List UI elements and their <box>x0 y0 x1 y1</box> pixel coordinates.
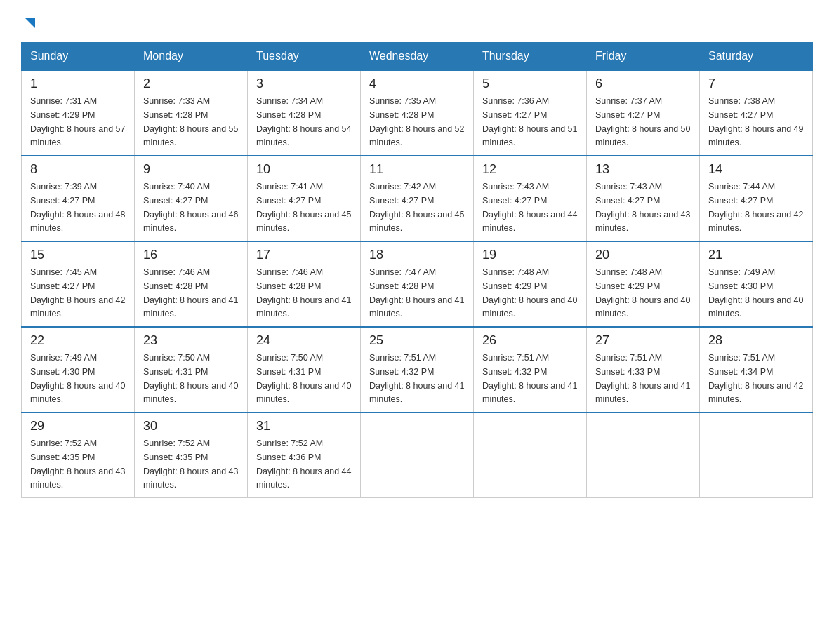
logo-triangle-icon <box>22 15 38 31</box>
day-number: 27 <box>595 333 691 348</box>
day-info: Sunrise: 7:31 AMSunset: 4:29 PMDaylight:… <box>30 96 126 147</box>
day-info: Sunrise: 7:43 AMSunset: 4:27 PMDaylight:… <box>482 182 578 233</box>
table-row: 24 Sunrise: 7:50 AMSunset: 4:31 PMDaylig… <box>248 327 361 412</box>
column-header-friday: Friday <box>587 43 700 71</box>
day-info: Sunrise: 7:49 AMSunset: 4:30 PMDaylight:… <box>30 353 126 404</box>
table-row: 5 Sunrise: 7:36 AMSunset: 4:27 PMDayligh… <box>474 70 587 156</box>
table-row: 3 Sunrise: 7:34 AMSunset: 4:28 PMDayligh… <box>248 70 361 156</box>
week-row-3: 15 Sunrise: 7:45 AMSunset: 4:27 PMDaylig… <box>22 241 813 327</box>
day-number: 16 <box>143 248 239 262</box>
day-info: Sunrise: 7:39 AMSunset: 4:27 PMDaylight:… <box>30 182 126 233</box>
day-number: 17 <box>256 248 352 262</box>
table-row: 2 Sunrise: 7:33 AMSunset: 4:28 PMDayligh… <box>135 70 248 156</box>
table-row: 22 Sunrise: 7:49 AMSunset: 4:30 PMDaylig… <box>22 327 135 412</box>
day-number: 5 <box>482 76 578 91</box>
week-row-5: 29 Sunrise: 7:52 AMSunset: 4:35 PMDaylig… <box>22 412 813 498</box>
day-number: 24 <box>256 333 352 348</box>
column-header-thursday: Thursday <box>474 43 587 71</box>
day-number: 3 <box>256 76 352 91</box>
table-row: 20 Sunrise: 7:48 AMSunset: 4:29 PMDaylig… <box>587 241 700 327</box>
day-info: Sunrise: 7:44 AMSunset: 4:27 PMDaylight:… <box>708 182 804 233</box>
svg-marker-0 <box>25 18 35 28</box>
day-number: 31 <box>256 419 352 434</box>
day-info: Sunrise: 7:47 AMSunset: 4:28 PMDaylight:… <box>369 267 465 318</box>
day-number: 8 <box>30 162 126 177</box>
day-number: 12 <box>482 162 578 177</box>
day-info: Sunrise: 7:33 AMSunset: 4:28 PMDaylight:… <box>143 96 239 147</box>
day-number: 19 <box>482 248 578 262</box>
day-info: Sunrise: 7:48 AMSunset: 4:29 PMDaylight:… <box>595 267 691 318</box>
day-number: 30 <box>143 419 239 434</box>
table-row: 29 Sunrise: 7:52 AMSunset: 4:35 PMDaylig… <box>22 412 135 498</box>
day-info: Sunrise: 7:43 AMSunset: 4:27 PMDaylight:… <box>595 182 691 233</box>
day-number: 4 <box>369 76 465 91</box>
calendar-header-row: SundayMondayTuesdayWednesdayThursdayFrid… <box>22 43 813 71</box>
day-number: 18 <box>369 248 465 262</box>
table-row: 16 Sunrise: 7:46 AMSunset: 4:28 PMDaylig… <box>135 241 248 327</box>
day-info: Sunrise: 7:42 AMSunset: 4:27 PMDaylight:… <box>369 182 465 233</box>
week-row-4: 22 Sunrise: 7:49 AMSunset: 4:30 PMDaylig… <box>22 327 813 412</box>
table-row: 30 Sunrise: 7:52 AMSunset: 4:35 PMDaylig… <box>135 412 248 498</box>
day-info: Sunrise: 7:51 AMSunset: 4:32 PMDaylight:… <box>482 353 578 404</box>
day-number: 10 <box>256 162 352 177</box>
day-number: 2 <box>143 76 239 91</box>
day-info: Sunrise: 7:52 AMSunset: 4:35 PMDaylight:… <box>143 438 239 490</box>
table-row: 26 Sunrise: 7:51 AMSunset: 4:32 PMDaylig… <box>474 327 587 412</box>
column-header-sunday: Sunday <box>22 43 135 71</box>
page-header <box>21 14 813 28</box>
table-row: 7 Sunrise: 7:38 AMSunset: 4:27 PMDayligh… <box>700 70 813 156</box>
day-info: Sunrise: 7:51 AMSunset: 4:33 PMDaylight:… <box>595 353 691 404</box>
table-row: 28 Sunrise: 7:51 AMSunset: 4:34 PMDaylig… <box>700 327 813 412</box>
day-number: 7 <box>708 76 804 91</box>
day-info: Sunrise: 7:51 AMSunset: 4:34 PMDaylight:… <box>708 353 804 404</box>
day-info: Sunrise: 7:51 AMSunset: 4:32 PMDaylight:… <box>369 353 465 404</box>
day-number: 21 <box>708 248 804 262</box>
day-number: 23 <box>143 333 239 348</box>
table-row: 14 Sunrise: 7:44 AMSunset: 4:27 PMDaylig… <box>700 156 813 241</box>
day-number: 14 <box>708 162 804 177</box>
day-info: Sunrise: 7:50 AMSunset: 4:31 PMDaylight:… <box>256 353 352 404</box>
table-row: 6 Sunrise: 7:37 AMSunset: 4:27 PMDayligh… <box>587 70 700 156</box>
table-row: 25 Sunrise: 7:51 AMSunset: 4:32 PMDaylig… <box>361 327 474 412</box>
column-header-monday: Monday <box>135 43 248 71</box>
table-row <box>587 412 700 498</box>
day-info: Sunrise: 7:34 AMSunset: 4:28 PMDaylight:… <box>256 96 352 147</box>
day-info: Sunrise: 7:37 AMSunset: 4:27 PMDaylight:… <box>595 96 691 147</box>
day-info: Sunrise: 7:52 AMSunset: 4:35 PMDaylight:… <box>30 438 126 490</box>
table-row: 31 Sunrise: 7:52 AMSunset: 4:36 PMDaylig… <box>248 412 361 498</box>
day-number: 26 <box>482 333 578 348</box>
table-row: 21 Sunrise: 7:49 AMSunset: 4:30 PMDaylig… <box>700 241 813 327</box>
table-row: 19 Sunrise: 7:48 AMSunset: 4:29 PMDaylig… <box>474 241 587 327</box>
table-row: 15 Sunrise: 7:45 AMSunset: 4:27 PMDaylig… <box>22 241 135 327</box>
table-row: 27 Sunrise: 7:51 AMSunset: 4:33 PMDaylig… <box>587 327 700 412</box>
table-row: 4 Sunrise: 7:35 AMSunset: 4:28 PMDayligh… <box>361 70 474 156</box>
day-number: 29 <box>30 419 126 434</box>
table-row: 13 Sunrise: 7:43 AMSunset: 4:27 PMDaylig… <box>587 156 700 241</box>
table-row: 9 Sunrise: 7:40 AMSunset: 4:27 PMDayligh… <box>135 156 248 241</box>
week-row-2: 8 Sunrise: 7:39 AMSunset: 4:27 PMDayligh… <box>22 156 813 241</box>
column-header-tuesday: Tuesday <box>248 43 361 71</box>
day-number: 15 <box>30 248 126 262</box>
day-number: 6 <box>595 76 691 91</box>
day-info: Sunrise: 7:46 AMSunset: 4:28 PMDaylight:… <box>143 267 239 318</box>
day-number: 28 <box>708 333 804 348</box>
logo <box>21 14 38 28</box>
table-row: 17 Sunrise: 7:46 AMSunset: 4:28 PMDaylig… <box>248 241 361 327</box>
column-header-wednesday: Wednesday <box>361 43 474 71</box>
calendar-table: SundayMondayTuesdayWednesdayThursdayFrid… <box>21 42 813 498</box>
table-row: 1 Sunrise: 7:31 AMSunset: 4:29 PMDayligh… <box>22 70 135 156</box>
table-row <box>474 412 587 498</box>
column-header-saturday: Saturday <box>700 43 813 71</box>
day-info: Sunrise: 7:46 AMSunset: 4:28 PMDaylight:… <box>256 267 352 318</box>
day-info: Sunrise: 7:40 AMSunset: 4:27 PMDaylight:… <box>143 182 239 233</box>
day-number: 22 <box>30 333 126 348</box>
day-info: Sunrise: 7:36 AMSunset: 4:27 PMDaylight:… <box>482 96 578 147</box>
week-row-1: 1 Sunrise: 7:31 AMSunset: 4:29 PMDayligh… <box>22 70 813 156</box>
day-number: 20 <box>595 248 691 262</box>
table-row: 10 Sunrise: 7:41 AMSunset: 4:27 PMDaylig… <box>248 156 361 241</box>
day-number: 11 <box>369 162 465 177</box>
day-info: Sunrise: 7:41 AMSunset: 4:27 PMDaylight:… <box>256 182 352 233</box>
day-info: Sunrise: 7:38 AMSunset: 4:27 PMDaylight:… <box>708 96 804 147</box>
table-row: 12 Sunrise: 7:43 AMSunset: 4:27 PMDaylig… <box>474 156 587 241</box>
day-info: Sunrise: 7:45 AMSunset: 4:27 PMDaylight:… <box>30 267 126 318</box>
